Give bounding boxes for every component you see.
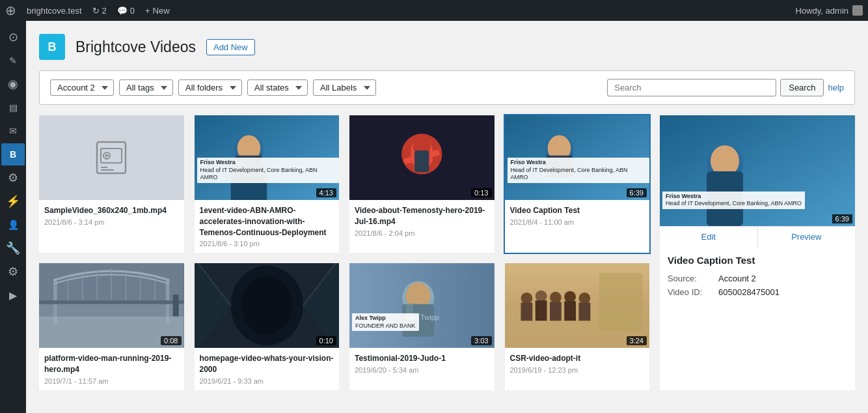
sidebar-item-pages[interactable]: ▤ [1,96,25,119]
svg-rect-4 [101,167,107,168]
video-thumb-3: 0:13 [349,115,495,200]
avatar [852,5,863,16]
svg-marker-3 [105,154,109,158]
svg-point-54 [578,292,590,304]
sidebar-item-posts[interactable]: ✎ [1,50,25,72]
sidebar-item-comments[interactable]: ✉ [1,120,25,142]
video-info-3: Video-about-Temenosty-hero-2019-Jul-16.m… [349,200,495,242]
video-duration-8: 3:24 [627,336,647,345]
svg-rect-55 [521,303,532,321]
video-name-7: Testimonial-2019-Judo-1 [355,353,489,364]
svg-point-50 [521,292,532,304]
comments-icon: 💬 [117,6,128,16]
states-filter[interactable]: All states [247,79,308,96]
main-area: SampleVideo_360x240_1mb.mp4 2021/8/6 - 3… [39,115,855,390]
video-card-5[interactable]: 0:08 platform-video-man-running-2019-her… [39,263,184,390]
labels-filter[interactable]: All Labels [313,79,376,96]
plus-icon: + [145,6,150,16]
video-date-6: 2019/6/21 - 9:33 am [200,377,334,385]
svg-point-51 [535,291,547,302]
sidebar-item-plugins[interactable]: ⚡ [1,190,25,212]
video-card-7[interactable]: Alex Twipp Alex Twipp FOUNDER AND BANK 3… [349,263,495,390]
add-new-button[interactable]: Add New [206,39,255,55]
help-link[interactable]: help [828,83,844,93]
sidebar-item-appearance[interactable]: ⚙ [1,167,25,189]
sidebar-item-media[interactable]: ◉ [1,73,25,95]
video-thumb-5: 0:08 [39,263,184,348]
sidebar-item-playback[interactable]: ▶ [1,284,25,306]
brightcove-logo: B [39,34,65,60]
video-card-8[interactable]: 3:24 CSR-video-adopt-it 2019/6/19 - 12:2… [505,263,650,390]
video-grid-container: SampleVideo_360x240_1mb.mp4 2021/8/6 - 3… [39,115,649,390]
detail-preview-button[interactable]: Preview [758,227,856,247]
video-info-8: CSR-video-adopt-it 2019/6/19 - 12:23 pm [505,348,650,379]
svg-rect-5 [101,169,114,171]
svg-rect-16 [414,150,429,172]
wp-logo-icon[interactable]: ⊕ [5,3,16,18]
video-watermark-7: Alex Twipp FOUNDER AND BANK [352,313,419,331]
svg-rect-32 [39,301,184,305]
svg-rect-49 [599,273,642,331]
comments-link[interactable]: 💬 0 [117,6,135,16]
video-date-7: 2019/6/20 - 5:34 am [355,366,489,374]
search-area: Search help [607,79,844,96]
video-date-5: 2019/7/1 - 11:57 am [44,377,179,385]
video-card-2[interactable]: Friso Westra Head of IT Development, Cor… [195,115,340,253]
account-filter[interactable]: Account 2 [50,79,114,96]
video-name-4: Video Caption Test [510,205,645,216]
video-duration-7: 3:03 [471,336,491,345]
video-grid: SampleVideo_360x240_1mb.mp4 2021/8/6 - 3… [39,115,649,390]
detail-source-label: Source: [668,274,713,283]
video-card-4[interactable]: Friso Westra Head of IT Development, Cor… [505,115,650,253]
detail-source-value: Account 2 [718,274,756,283]
sidebar-item-users[interactable]: 👤 [1,214,25,236]
howdy-label: Howdy, admin [796,5,863,16]
video-date-3: 2021/8/6 - 2:04 pm [355,229,489,237]
video-duration-5: 0:08 [161,336,181,345]
video-name-3: Video-about-Temenosty-hero-2019-Jul-16.m… [355,205,489,227]
detail-videoid-value: 6050028475001 [718,287,780,297]
detail-edit-button[interactable]: Edit [660,227,758,247]
svg-point-37 [241,277,292,335]
page-header: B Brightcove Videos Add New [39,34,855,60]
video-placeholder-1 [39,115,184,200]
detail-panel: Friso Westra Head of IT Development, Cor… [660,115,855,390]
video-name-5: platform-video-man-running-2019-hero.mp4 [44,353,179,375]
svg-rect-56 [535,301,547,321]
video-info-7: Testimonial-2019-Judo-1 2019/6/20 - 5:34… [349,348,495,379]
new-content-link[interactable]: + New [145,6,170,16]
search-button[interactable]: Search [780,79,824,96]
video-watermark-4: Friso Westra Head of IT Development, Cor… [508,158,650,183]
detail-source-row: Source: Account 2 [668,274,847,283]
video-name-8: CSR-video-adopt-it [510,353,645,364]
sidebar-item-brightcove[interactable]: B [1,143,25,165]
video-duration-2: 4:13 [316,188,336,197]
detail-thumb: Friso Westra Head of IT Development, Cor… [660,115,855,226]
svg-rect-60 [660,115,855,226]
video-name-6: homepage-video-whats-your-vision-2000 [200,353,334,375]
video-watermark-2: Friso Westra Head of IT Development, Cor… [197,158,340,183]
svg-rect-33 [173,295,179,317]
video-thumb-2: Friso Westra Head of IT Development, Cor… [195,115,340,200]
video-card-3[interactable]: 0:13 Video-about-Temenosty-hero-2019-Jul… [349,115,495,253]
svg-rect-58 [564,302,576,321]
tags-filter[interactable]: All tags [119,79,173,96]
updates-link[interactable]: ↻ 2 [92,6,107,16]
folders-filter[interactable]: All folders [178,79,242,96]
video-info-1: SampleVideo_360x240_1mb.mp4 2021/8/6 - 3… [39,200,184,231]
video-date-4: 2021/8/4 - 11:00 am [510,218,645,226]
sidebar-item-tools[interactable]: 🔧 [1,237,25,259]
detail-videoid-row: Video ID: 6050028475001 [668,287,847,297]
page-title: Brightcove Videos [75,38,196,56]
video-card-1[interactable]: SampleVideo_360x240_1mb.mp4 2021/8/6 - 3… [39,115,184,253]
video-card-6[interactable]: 0:10 homepage-video-whats-your-vision-20… [195,263,340,390]
sidebar-item-dashboard[interactable]: ⊙ [1,26,25,48]
video-duration-6: 0:10 [316,336,336,345]
search-input[interactable] [607,79,776,96]
video-info-4: Video Caption Test 2021/8/4 - 11:00 am [505,200,650,231]
svg-rect-57 [549,302,561,321]
site-name[interactable]: brightcove.test [27,6,82,16]
video-duration-3: 0:13 [471,188,491,197]
sidebar-item-settings[interactable]: ⚙ [1,261,25,283]
video-thumb-4: Friso Westra Head of IT Development, Cor… [505,115,650,200]
